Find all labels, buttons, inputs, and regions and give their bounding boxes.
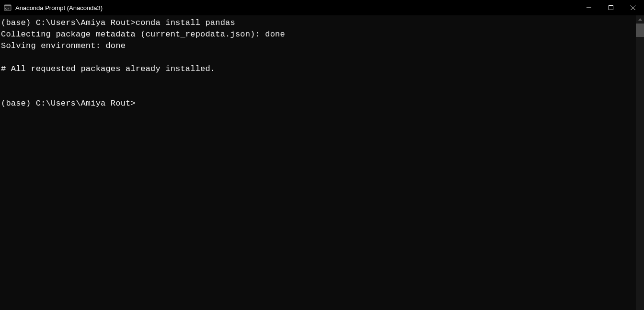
terminal-app-icon: C:\: [4, 4, 12, 12]
close-button[interactable]: [622, 0, 644, 15]
terminal-line: # All requested packages already install…: [1, 64, 215, 73]
maximize-button[interactable]: [600, 0, 622, 15]
terminal-body: (base) C:\Users\Amiya Rout>conda install…: [0, 15, 644, 310]
window-controls: [578, 0, 644, 15]
svg-rect-1: [4, 5, 11, 6]
scroll-up-arrow-icon[interactable]: [636, 15, 644, 24]
scroll-thumb[interactable]: [636, 24, 644, 37]
terminal-line: Collecting package metadata (current_rep…: [1, 30, 285, 39]
terminal-output[interactable]: (base) C:\Users\Amiya Rout>conda install…: [0, 15, 636, 310]
vertical-scrollbar[interactable]: [636, 15, 644, 310]
terminal-line: Solving environment: done: [1, 41, 126, 50]
window-title: Anaconda Prompt (Anaconda3): [15, 4, 103, 12]
terminal-line: (base) C:\Users\Amiya Rout>: [1, 99, 136, 108]
svg-text:C:\: C:\: [5, 7, 9, 10]
minimize-button[interactable]: [578, 0, 600, 15]
terminal-line: (base) C:\Users\Amiya Rout>conda install…: [1, 18, 235, 27]
svg-rect-4: [609, 6, 613, 10]
titlebar[interactable]: C:\ Anaconda Prompt (Anaconda3): [0, 0, 644, 15]
